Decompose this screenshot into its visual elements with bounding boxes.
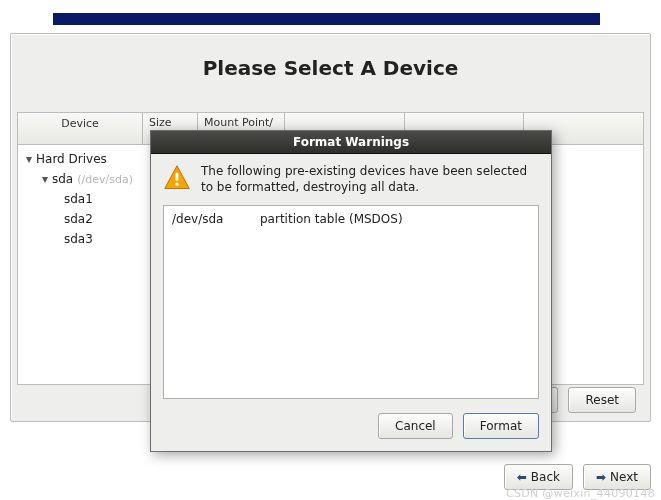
dialog-message: The following pre-existing devices have … [201, 164, 539, 195]
list-device: /dev/sda [172, 212, 260, 226]
tree-label: sda2 [64, 212, 136, 226]
back-label: Back [531, 470, 560, 484]
format-list[interactable]: /dev/sda partition table (MSDOS) [163, 205, 539, 399]
dialog-title[interactable]: Format Warnings [151, 131, 551, 154]
reset-button[interactable]: Reset [568, 387, 636, 413]
format-button[interactable]: Format [463, 413, 539, 439]
expander-icon[interactable]: ▾ [40, 172, 50, 186]
list-desc: partition table (MSDOS) [260, 212, 403, 226]
tree-label: sda [52, 172, 73, 186]
watermark: CSDN @weixin_44090148 [506, 487, 655, 500]
tree-label: sda3 [64, 232, 136, 246]
format-warnings-dialog: Format Warnings The following pre-existi… [150, 130, 552, 452]
page-title: Please Select A Device [11, 56, 650, 80]
warning-icon [163, 164, 191, 192]
arrow-right-icon: ➡ [596, 470, 606, 484]
tree-label: Hard Drives [36, 152, 140, 166]
list-item[interactable]: /dev/sda partition table (MSDOS) [172, 212, 530, 226]
dialog-button-row: Cancel Format [163, 413, 539, 439]
tree-hint: (/dev/sda) [77, 173, 133, 186]
svg-rect-1 [176, 173, 179, 181]
svg-point-2 [175, 182, 178, 185]
expander-icon[interactable]: ▾ [24, 152, 34, 166]
dialog-body: The following pre-existing devices have … [151, 154, 551, 451]
tree-label: sda1 [64, 192, 136, 206]
col-device[interactable]: Device [17, 112, 142, 145]
accent-bar [53, 13, 600, 25]
next-label: Next [610, 470, 638, 484]
arrow-left-icon: ⬅ [517, 470, 527, 484]
cancel-button[interactable]: Cancel [378, 413, 453, 439]
